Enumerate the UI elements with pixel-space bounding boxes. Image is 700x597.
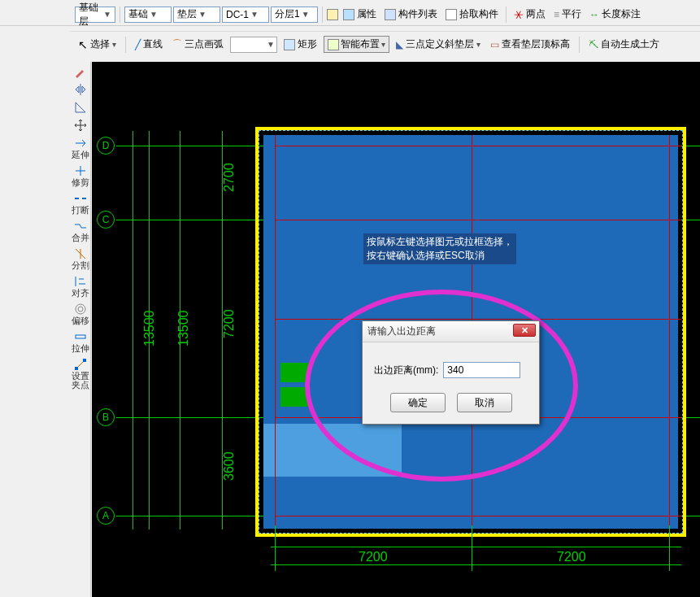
properties-button[interactable]: 属性 [340,6,380,24]
edge-distance-label: 出边距离(mm): [374,364,438,377]
rect-button[interactable]: 矩形 [280,36,320,54]
length-dim-button[interactable]: ↔长度标注 [586,6,644,24]
label: 自动生成土方 [601,37,659,51]
label: 分层1 [275,7,300,21]
red-gridline [275,146,681,146]
tool-split[interactable]: 分割 [72,247,89,270]
dim-tick [472,525,472,571]
align-icon [74,275,87,288]
tool-align[interactable]: 对齐 [72,275,89,298]
combo-layer[interactable]: 基础层▼ [75,7,115,23]
label: 基础 [128,7,148,21]
dim-tick [275,525,276,571]
red-gridline [275,516,681,516]
auto-soil-button[interactable]: ⛏自动生成土方 [585,36,663,54]
tool-grip[interactable]: 设置夹点 [72,358,89,390]
label: DC-1 [226,9,249,20]
merge-icon [74,220,87,233]
label: 智能布置 [341,37,380,51]
member-list-button[interactable]: 构件列表 [381,6,441,24]
svg-rect-4 [83,359,86,362]
soil-icon: ⛏ [589,39,598,50]
dim-line-v1 [133,131,133,529]
combo-sublayer[interactable]: 分层1▼ [271,7,318,23]
dim-line-h [271,547,681,547]
tooltip-line1: 按鼠标左键选择图元或拉框选择， [367,235,513,249]
break-icon [74,192,87,205]
label: 基础层 [79,1,102,28]
tool-stretch[interactable]: 拉伸 [72,330,89,353]
tool-brush[interactable] [72,65,89,78]
label: 拾取构件 [459,7,498,21]
view-top-button[interactable]: ▭查看垫层顶标高 [487,36,573,54]
label: 两点 [526,7,546,21]
extend-icon [74,137,87,150]
svg-rect-3 [75,367,78,370]
svg-point-0 [76,304,85,314]
axis-bubble-A: A [97,507,115,525]
line-button[interactable]: ╱直线 [132,36,166,54]
dialog-title-text: 请输入出边距离 [367,325,436,338]
stretch-icon [74,330,87,343]
define-icon[interactable] [327,9,338,20]
axis-bubble-C: C [97,211,115,229]
dim-13500a: 13500 [176,311,191,347]
dim-13500b: 13500 [142,311,157,347]
cancel-button[interactable]: 取消 [457,393,512,412]
close-icon: ✕ [521,325,528,336]
pick-member-button[interactable]: 拾取构件 [442,6,502,24]
toolbar-row-1: 基础层▼ 基础▼ 垫层▼ DC-1▼ 分层1▼ 属性 构件列表 拾取构件 ⚹两点… [0,3,700,26]
toolbar-row-2: ↖选择▾ ╱直线 ⌒三点画弧 ▼ 矩形 智能布置▾ ◣三点定义斜垫层▾ ▭查看垫… [70,31,700,57]
tool-mirror[interactable] [72,83,89,96]
tool-move[interactable] [72,119,89,132]
tooltip-line2: 按右键确认选择或ESC取消 [367,249,513,263]
chevron-down-icon: ▾ [476,40,480,49]
label: 偏移 [72,316,89,325]
tool-break[interactable]: 打断 [72,192,89,215]
ok-button[interactable]: 确定 [390,393,446,412]
tool-triangle[interactable] [72,101,89,114]
dialog-titlebar[interactable]: 请输入出边距离 ✕ [363,321,539,342]
axis-bubble-B: B [97,408,115,426]
combo-category[interactable]: 基础▼ [124,7,172,23]
list-icon [385,9,396,20]
select-button[interactable]: ↖选择▾ [75,36,120,54]
svg-point-1 [78,307,83,312]
combo-small[interactable]: ▼ [230,37,277,53]
label: 打断 [72,206,89,215]
label: 长度标注 [602,7,641,21]
label: 分割 [72,261,89,270]
label: 垫层 [177,7,197,21]
parallel-button[interactable]: ≡平行 [550,6,585,24]
arc-button[interactable]: ⌒三点画弧 [169,36,227,54]
triangle-icon [74,101,87,114]
chevron-down-icon: ▼ [302,10,310,19]
tool-trim[interactable]: 修剪 [72,164,89,187]
combo-bedding[interactable]: 垫层▼ [173,7,220,23]
dim-line-h2 [271,564,681,565]
dialog-close-button[interactable]: ✕ [513,324,536,337]
dialog-row: 出边距离(mm): [374,362,528,378]
dim-7200: 7200 [222,309,237,338]
smart-layout-button[interactable]: 智能布置▾ [324,36,389,53]
trim-icon [74,164,87,177]
smart-icon [328,39,339,50]
dimension-icon: ↔ [589,9,599,20]
edge-distance-input[interactable] [443,362,520,378]
offset-icon [74,303,87,316]
tool-merge[interactable]: 合并 [72,220,89,242]
dialog-body: 出边距离(mm): 确定 取消 [363,342,539,424]
chevron-down-icon: ▾ [381,40,385,49]
tool-offset[interactable]: 偏移 [72,303,89,325]
two-points-button[interactable]: ⚹两点 [511,6,549,24]
label: 修剪 [72,178,89,187]
view-icon: ▭ [490,39,499,50]
parallel-icon: ≡ [554,9,559,20]
combo-member[interactable]: DC-1▼ [222,7,269,23]
drawing-canvas[interactable]: D C B A 2700 7200 3600 13500 13500 按鼠标左键… [92,62,700,597]
tool-extend[interactable]: 延伸 [72,137,89,159]
dim-2700: 2700 [222,163,237,192]
separator [322,7,323,23]
tri-define-button[interactable]: ◣三点定义斜垫层▾ [393,36,484,54]
chevron-down-icon: ▼ [267,40,275,49]
